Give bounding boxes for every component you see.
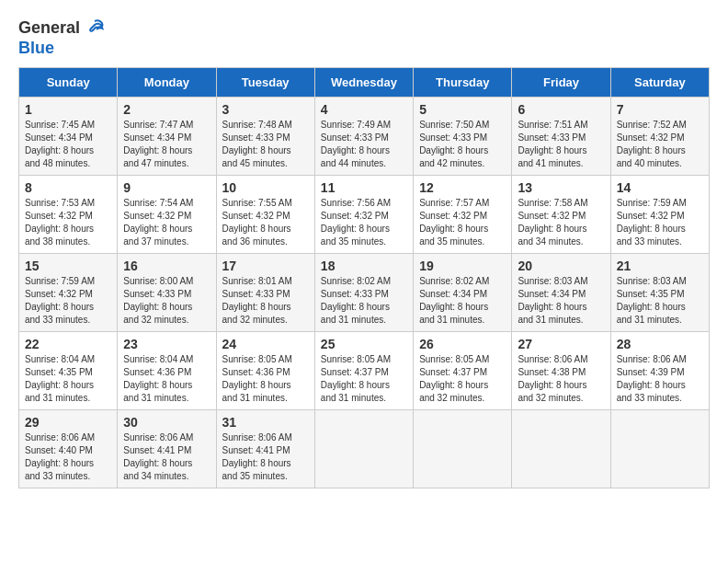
calendar-week-row: 29Sunrise: 8:06 AM Sunset: 4:40 PM Dayli…	[19, 410, 710, 488]
calendar-empty-cell	[610, 410, 709, 488]
logo: General Blue	[18, 18, 106, 58]
logo-bird-icon	[84, 19, 106, 38]
logo-container: General Blue	[18, 18, 106, 58]
calendar-day-cell: 29Sunrise: 8:06 AM Sunset: 4:40 PM Dayli…	[19, 410, 118, 488]
day-number: 22	[25, 337, 111, 351]
day-number: 1	[25, 102, 111, 117]
day-info: Sunrise: 7:49 AM Sunset: 4:33 PM Dayligh…	[321, 119, 407, 170]
day-info: Sunrise: 7:50 AM Sunset: 4:33 PM Dayligh…	[419, 119, 506, 170]
day-number: 9	[123, 180, 210, 195]
calendar-day-cell: 4Sunrise: 7:49 AM Sunset: 4:33 PM Daylig…	[314, 98, 413, 176]
day-number: 12	[419, 180, 506, 195]
day-number: 3	[222, 102, 309, 117]
day-number: 6	[518, 102, 604, 117]
day-info: Sunrise: 8:05 AM Sunset: 4:36 PM Dayligh…	[222, 353, 309, 405]
calendar-day-cell: 3Sunrise: 7:48 AM Sunset: 4:33 PM Daylig…	[216, 98, 314, 176]
calendar-day-cell: 28Sunrise: 8:06 AM Sunset: 4:39 PM Dayli…	[610, 332, 709, 410]
calendar-day-cell: 5Sunrise: 7:50 AM Sunset: 4:33 PM Daylig…	[414, 98, 512, 176]
day-number: 15	[25, 259, 111, 273]
day-number: 10	[222, 180, 309, 195]
calendar-week-row: 1Sunrise: 7:45 AM Sunset: 4:34 PM Daylig…	[19, 98, 710, 176]
calendar-day-cell: 16Sunrise: 8:00 AM Sunset: 4:33 PM Dayli…	[118, 254, 216, 332]
day-number: 21	[617, 259, 703, 273]
day-number: 8	[25, 180, 111, 195]
calendar-day-cell: 26Sunrise: 8:05 AM Sunset: 4:37 PM Dayli…	[414, 332, 512, 410]
day-info: Sunrise: 7:57 AM Sunset: 4:32 PM Dayligh…	[419, 197, 506, 248]
day-number: 11	[321, 180, 407, 195]
calendar-day-cell: 10Sunrise: 7:55 AM Sunset: 4:32 PM Dayli…	[216, 176, 314, 254]
day-info: Sunrise: 8:01 AM Sunset: 4:33 PM Dayligh…	[222, 275, 309, 327]
day-number: 30	[123, 415, 210, 430]
calendar-day-cell: 30Sunrise: 8:06 AM Sunset: 4:41 PM Dayli…	[118, 410, 216, 488]
calendar-empty-cell	[414, 410, 512, 488]
day-info: Sunrise: 8:04 AM Sunset: 4:35 PM Dayligh…	[25, 353, 111, 405]
calendar-table: SundayMondayTuesdayWednesdayThursdayFrid…	[18, 67, 710, 488]
day-info: Sunrise: 8:06 AM Sunset: 4:40 PM Dayligh…	[25, 431, 111, 483]
calendar-day-cell: 2Sunrise: 7:47 AM Sunset: 4:34 PM Daylig…	[118, 98, 216, 176]
day-info: Sunrise: 8:06 AM Sunset: 4:39 PM Dayligh…	[617, 353, 703, 405]
column-header-saturday: Saturday	[610, 68, 709, 98]
day-number: 26	[419, 337, 506, 351]
calendar-day-cell: 20Sunrise: 8:03 AM Sunset: 4:34 PM Dayli…	[512, 254, 610, 332]
day-info: Sunrise: 8:06 AM Sunset: 4:38 PM Dayligh…	[518, 353, 604, 405]
calendar-day-cell: 11Sunrise: 7:56 AM Sunset: 4:32 PM Dayli…	[314, 176, 413, 254]
day-info: Sunrise: 7:53 AM Sunset: 4:32 PM Dayligh…	[25, 197, 111, 248]
day-info: Sunrise: 7:58 AM Sunset: 4:32 PM Dayligh…	[518, 197, 604, 248]
page-header: General Blue	[18, 18, 710, 58]
calendar-day-cell: 25Sunrise: 8:05 AM Sunset: 4:37 PM Dayli…	[314, 332, 413, 410]
calendar-day-cell: 23Sunrise: 8:04 AM Sunset: 4:36 PM Dayli…	[118, 332, 216, 410]
day-number: 23	[123, 337, 210, 351]
day-info: Sunrise: 7:48 AM Sunset: 4:33 PM Dayligh…	[222, 119, 309, 170]
day-number: 29	[25, 415, 111, 430]
day-number: 19	[419, 259, 506, 273]
calendar-day-cell: 24Sunrise: 8:05 AM Sunset: 4:36 PM Dayli…	[216, 332, 314, 410]
day-info: Sunrise: 7:45 AM Sunset: 4:34 PM Dayligh…	[25, 119, 111, 170]
calendar-week-row: 22Sunrise: 8:04 AM Sunset: 4:35 PM Dayli…	[19, 332, 710, 410]
calendar-week-row: 15Sunrise: 7:59 AM Sunset: 4:32 PM Dayli…	[19, 254, 710, 332]
day-info: Sunrise: 7:55 AM Sunset: 4:32 PM Dayligh…	[222, 197, 309, 248]
calendar-day-cell: 19Sunrise: 8:02 AM Sunset: 4:34 PM Dayli…	[414, 254, 512, 332]
day-number: 2	[123, 102, 210, 117]
day-info: Sunrise: 8:06 AM Sunset: 4:41 PM Dayligh…	[123, 431, 210, 483]
calendar-empty-cell	[314, 410, 413, 488]
calendar-week-row: 8Sunrise: 7:53 AM Sunset: 4:32 PM Daylig…	[19, 176, 710, 254]
column-header-thursday: Thursday	[414, 68, 512, 98]
day-info: Sunrise: 7:52 AM Sunset: 4:32 PM Dayligh…	[617, 119, 703, 170]
day-info: Sunrise: 8:06 AM Sunset: 4:41 PM Dayligh…	[222, 431, 309, 483]
day-info: Sunrise: 7:51 AM Sunset: 4:33 PM Dayligh…	[518, 119, 604, 170]
day-number: 28	[617, 337, 703, 351]
column-header-tuesday: Tuesday	[216, 68, 314, 98]
day-number: 14	[617, 180, 703, 195]
day-number: 16	[123, 259, 210, 273]
day-number: 20	[518, 259, 604, 273]
calendar-day-cell: 31Sunrise: 8:06 AM Sunset: 4:41 PM Dayli…	[216, 410, 314, 488]
calendar-day-cell: 9Sunrise: 7:54 AM Sunset: 4:32 PM Daylig…	[118, 176, 216, 254]
logo-text-blue: Blue	[18, 39, 54, 59]
calendar-day-cell: 13Sunrise: 7:58 AM Sunset: 4:32 PM Dayli…	[512, 176, 610, 254]
column-header-monday: Monday	[118, 68, 216, 98]
day-number: 7	[617, 102, 703, 117]
day-number: 18	[321, 259, 407, 273]
day-number: 4	[321, 102, 407, 117]
day-info: Sunrise: 7:54 AM Sunset: 4:32 PM Dayligh…	[123, 197, 210, 248]
day-number: 31	[222, 415, 309, 430]
calendar-day-cell: 17Sunrise: 8:01 AM Sunset: 4:33 PM Dayli…	[216, 254, 314, 332]
day-info: Sunrise: 7:59 AM Sunset: 4:32 PM Dayligh…	[25, 275, 111, 327]
logo-text-general: General	[18, 18, 80, 39]
calendar-day-cell: 15Sunrise: 7:59 AM Sunset: 4:32 PM Dayli…	[19, 254, 118, 332]
day-info: Sunrise: 8:05 AM Sunset: 4:37 PM Dayligh…	[321, 353, 407, 405]
calendar-day-cell: 18Sunrise: 8:02 AM Sunset: 4:33 PM Dayli…	[314, 254, 413, 332]
day-info: Sunrise: 7:59 AM Sunset: 4:32 PM Dayligh…	[617, 197, 703, 248]
calendar-day-cell: 21Sunrise: 8:03 AM Sunset: 4:35 PM Dayli…	[610, 254, 709, 332]
calendar-day-cell: 12Sunrise: 7:57 AM Sunset: 4:32 PM Dayli…	[414, 176, 512, 254]
calendar-empty-cell	[512, 410, 610, 488]
day-number: 24	[222, 337, 309, 351]
day-info: Sunrise: 8:03 AM Sunset: 4:35 PM Dayligh…	[617, 275, 703, 327]
calendar-day-cell: 27Sunrise: 8:06 AM Sunset: 4:38 PM Dayli…	[512, 332, 610, 410]
day-number: 25	[321, 337, 407, 351]
column-header-sunday: Sunday	[19, 68, 118, 98]
day-number: 17	[222, 259, 309, 273]
calendar-day-cell: 14Sunrise: 7:59 AM Sunset: 4:32 PM Dayli…	[610, 176, 709, 254]
day-info: Sunrise: 7:56 AM Sunset: 4:32 PM Dayligh…	[321, 197, 407, 248]
calendar-day-cell: 8Sunrise: 7:53 AM Sunset: 4:32 PM Daylig…	[19, 176, 118, 254]
